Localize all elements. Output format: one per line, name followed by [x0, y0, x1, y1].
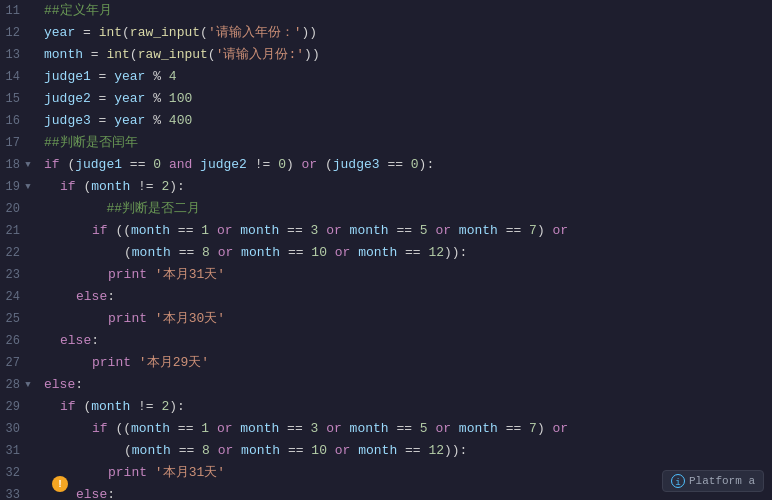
gutter-23: 23 — [0, 264, 40, 286]
code-line-16: judge3 = year % 400 — [44, 110, 772, 132]
code-line-19: if ( month != 2 ): — [44, 176, 772, 198]
info-icon: i — [671, 474, 685, 488]
platform-label: Platform a — [689, 475, 755, 487]
code-line-27: print '本月29天' — [44, 352, 772, 374]
gutter-13: 13 — [0, 44, 40, 66]
gutter-16: 16 — [0, 110, 40, 132]
code-line-29: if ( month != 2 ): — [44, 396, 772, 418]
gutter-14: 14 — [0, 66, 40, 88]
line-numbers: 11 12 13 14 15 16 17 18▼ 19▼ 20 21 22 23… — [0, 0, 40, 500]
gutter-22: 22 — [0, 242, 40, 264]
code-line-22: ( month == 8 or month == 10 or month == … — [44, 242, 772, 264]
code-line-12: year = int ( raw_input ( '请输入年份：' )) — [44, 22, 772, 44]
code-line-26: else : — [44, 330, 772, 352]
gutter-20: 20 — [0, 198, 40, 220]
gutter-11: 11 — [0, 0, 40, 22]
code-area[interactable]: ##定义年月 year = int ( raw_input ( '请输入年份：'… — [40, 0, 772, 500]
code-line-15: judge2 = year % 100 — [44, 88, 772, 110]
gutter-27: 27 — [0, 352, 40, 374]
gutter-29: 29 — [0, 396, 40, 418]
code-line-13: month = int ( raw_input ( '请输入月份:' )) — [44, 44, 772, 66]
code-line-14: judge1 = year % 4 — [44, 66, 772, 88]
gutter-19: 19▼ — [0, 176, 40, 198]
gutter-24: 24 — [0, 286, 40, 308]
code-line-11: ##定义年月 — [44, 0, 772, 22]
warning-icon[interactable]: ! — [52, 476, 68, 492]
code-line-31: ( month == 8 or month == 10 or month == … — [44, 440, 772, 462]
fold-28[interactable]: ▼ — [22, 379, 34, 391]
gutter-28: 28▼ — [0, 374, 40, 396]
code-line-25: print '本月30天' — [44, 308, 772, 330]
gutter-26: 26 — [0, 330, 40, 352]
code-line-21: if (( month == 1 or month == 3 or month … — [44, 220, 772, 242]
code-line-17: ##判断是否闰年 — [44, 132, 772, 154]
gutter-32: 32 — [0, 462, 40, 484]
gutter-17: 17 — [0, 132, 40, 154]
gutter-31: 31 — [0, 440, 40, 462]
gutter-21: 21 — [0, 220, 40, 242]
gutter-15: 15 — [0, 88, 40, 110]
code-line-24: else : — [44, 286, 772, 308]
fold-18[interactable]: ▼ — [22, 159, 34, 171]
svg-text:i: i — [675, 478, 680, 488]
fold-19[interactable]: ▼ — [22, 181, 34, 193]
code-line-18: if ( judge1 == 0 and judge2 != 0 ) or ( … — [44, 154, 772, 176]
gutter-30: 30 — [0, 418, 40, 440]
editor-container: 11 12 13 14 15 16 17 18▼ 19▼ 20 21 22 23… — [0, 0, 772, 500]
platform-badge: i Platform a — [662, 470, 764, 492]
gutter-33: 33 — [0, 484, 40, 500]
gutter-12: 12 — [0, 22, 40, 44]
code-line-20: ##判断是否二月 — [44, 198, 772, 220]
code-line-28: else : — [44, 374, 772, 396]
code-line-30: if (( month == 1 or month == 3 or month … — [44, 418, 772, 440]
gutter-18: 18▼ — [0, 154, 40, 176]
gutter-25: 25 — [0, 308, 40, 330]
code-line-23: print '本月31天' — [44, 264, 772, 286]
